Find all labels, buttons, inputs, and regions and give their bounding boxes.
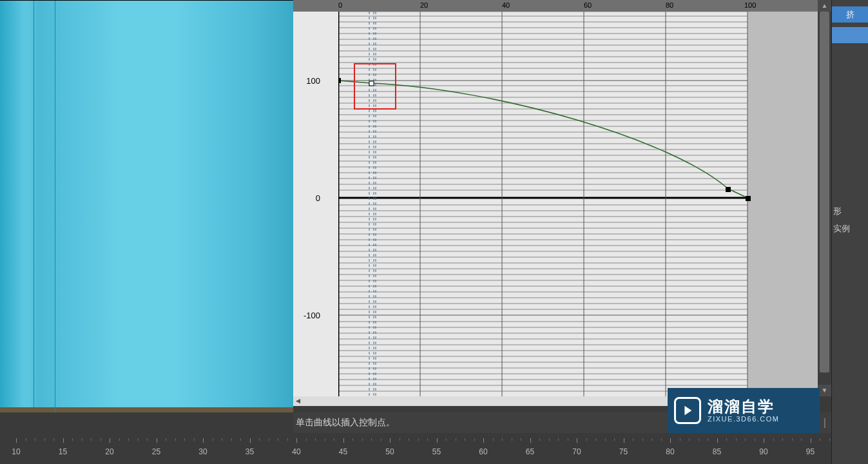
svg-rect-78 bbox=[369, 81, 374, 86]
scroll-thumb[interactable] bbox=[820, 12, 829, 372]
timeline-ticks: 101520253035404550556065707580859095 bbox=[0, 438, 831, 464]
y-label-n100: -100 bbox=[293, 311, 322, 320]
svg-rect-80 bbox=[746, 196, 751, 201]
svg-rect-77 bbox=[338, 78, 341, 83]
curve-svg: [] bbox=[338, 12, 818, 396]
scroll-down-arrow-icon[interactable]: ▼ bbox=[818, 385, 831, 396]
timeline-label: 65 bbox=[526, 447, 534, 456]
timeline-label: 80 bbox=[666, 447, 674, 456]
timeline-label: 20 bbox=[105, 447, 113, 456]
scroll-left-arrow-icon[interactable]: ◄ bbox=[293, 396, 303, 406]
panel-item-shape[interactable]: 形 bbox=[832, 205, 868, 218]
ruler-tick-0: 0 bbox=[338, 1, 342, 9]
timeline-label: 40 bbox=[292, 447, 300, 456]
curve-graph-area[interactable]: 100 0 -100 [] bbox=[293, 12, 818, 396]
ruler-tick-100: 100 bbox=[744, 1, 756, 9]
panel-selected-row[interactable] bbox=[832, 27, 868, 43]
status-hint-text: 单击曲线以插入控制点。 bbox=[293, 417, 671, 429]
timeline-label: 15 bbox=[59, 447, 67, 456]
curve-v-scrollbar[interactable]: ▲ ▼ bbox=[818, 0, 831, 396]
watermark-cn: 溜溜自学 bbox=[708, 398, 779, 416]
scroll-up-arrow-icon[interactable]: ▲ bbox=[818, 0, 831, 12]
watermark-en: ZIXUE.3D66.COM bbox=[708, 415, 779, 423]
viewport-floor bbox=[0, 407, 293, 412]
ruler-tick-60: 60 bbox=[584, 1, 592, 9]
properties-panel: 挤 形 实例 bbox=[831, 0, 868, 464]
timeline-label: 55 bbox=[432, 447, 441, 456]
curve-editor-panel: 0 20 40 60 80 100 100 0 -100 [] bbox=[293, 0, 831, 412]
y-label-100: 100 bbox=[293, 76, 322, 86]
timeline-label: 95 bbox=[806, 447, 815, 456]
svg-rect-72 bbox=[747, 12, 818, 396]
timeline-label: 70 bbox=[572, 447, 581, 456]
timeline-label: 30 bbox=[198, 447, 207, 456]
watermark-logo: 溜溜自学 ZIXUE.3D66.COM bbox=[668, 388, 820, 433]
timeline-label: 45 bbox=[339, 447, 347, 456]
ruler-tick-20: 20 bbox=[420, 1, 428, 9]
play-icon bbox=[674, 397, 701, 424]
timeline-label: 85 bbox=[713, 447, 721, 456]
ruler-tick-80: 80 bbox=[666, 1, 673, 9]
ruler-tick-40: 40 bbox=[502, 1, 510, 9]
timeline-label: 35 bbox=[246, 447, 254, 456]
viewport-3d[interactable] bbox=[0, 0, 293, 412]
timeline-label: 25 bbox=[152, 447, 160, 456]
timeline-label: 90 bbox=[759, 447, 767, 456]
timeline-ruler[interactable]: 101520253035404550556065707580859095 bbox=[0, 433, 831, 464]
curve-h-ruler[interactable]: 0 20 40 60 80 100 bbox=[293, 0, 831, 12]
svg-rect-79 bbox=[726, 187, 731, 192]
timeline-label: 60 bbox=[479, 447, 487, 456]
panel-item-instance[interactable]: 实例 bbox=[832, 222, 868, 235]
timeline-label: 75 bbox=[619, 447, 628, 456]
timeline-label: 50 bbox=[385, 447, 394, 456]
curve-plot[interactable]: [] bbox=[338, 12, 818, 396]
timeline-label: 10 bbox=[12, 447, 20, 456]
y-label-0: 0 bbox=[293, 193, 322, 203]
panel-title[interactable]: 挤 bbox=[832, 6, 868, 23]
